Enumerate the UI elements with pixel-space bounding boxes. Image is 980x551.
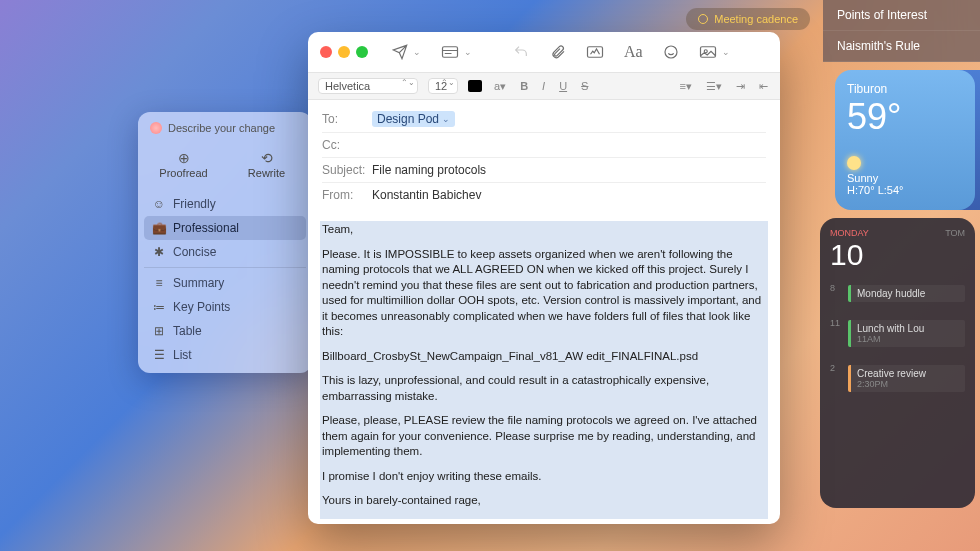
- reminders-widget: Points of Interest Naismith's Rule: [823, 0, 980, 62]
- header-fields-icon[interactable]: [441, 45, 459, 59]
- selected-text: Team, Please. It is IMPOSSIBLE to keep a…: [320, 221, 768, 519]
- tone-friendly[interactable]: ☺Friendly: [144, 192, 306, 216]
- writing-tools-panel: Describe your change ⊕ Proofread ⟲ Rewri…: [138, 112, 312, 373]
- magnify-icon: ⊕: [144, 150, 223, 166]
- reminder-pill-label: Meeting cadence: [714, 13, 798, 25]
- zoom-button[interactable]: [356, 46, 368, 58]
- svg-point-4: [665, 46, 677, 58]
- rewrite-icon: ⟲: [227, 150, 306, 166]
- calendar-event[interactable]: Creative review2:30PM: [848, 365, 965, 392]
- send-icon[interactable]: [392, 44, 408, 60]
- format-summary[interactable]: ≡Summary: [144, 271, 306, 295]
- subject-field[interactable]: File naming protocols: [372, 163, 486, 177]
- attach-icon[interactable]: [550, 44, 566, 60]
- svg-point-6: [704, 50, 707, 53]
- format-list[interactable]: ☰List: [144, 343, 306, 367]
- calendar-event[interactable]: Lunch with Lou11AM: [848, 320, 965, 347]
- cc-label: Cc:: [322, 138, 372, 152]
- tone-icon: 💼: [152, 221, 166, 235]
- sun-icon: [847, 156, 861, 170]
- underline-icon[interactable]: U: [557, 80, 569, 92]
- tone-concise[interactable]: ✱Concise: [144, 240, 306, 264]
- emoji-icon[interactable]: [663, 44, 679, 60]
- weather-hilo: H:70° L:54°: [847, 184, 904, 196]
- weather-widget[interactable]: Tiburon 59° Sunny H:70° L:54°: [835, 70, 975, 210]
- circle-icon: [698, 14, 708, 24]
- format-key-points[interactable]: ≔Key Points: [144, 295, 306, 319]
- indent-right-icon[interactable]: ⇥: [734, 80, 747, 93]
- calendar-widget[interactable]: MONDAY 10 TOM 8Monday huddle11Lunch with…: [820, 218, 975, 508]
- format-icon[interactable]: Aa: [624, 43, 643, 61]
- sparkle-icon: [150, 122, 162, 134]
- from-field[interactable]: Konstantin Babichev: [372, 188, 481, 202]
- format-icon: ☰: [152, 348, 166, 362]
- markup-icon[interactable]: [586, 45, 604, 59]
- calendar-event[interactable]: Monday huddle: [848, 285, 965, 302]
- strike-icon[interactable]: S: [579, 80, 590, 92]
- recipient-token[interactable]: Design Pod: [372, 111, 455, 127]
- rewrite-button[interactable]: ⟲ Rewrite: [227, 142, 306, 188]
- reminder-pill[interactable]: Meeting cadence: [686, 8, 810, 30]
- tone-icon: ✱: [152, 245, 166, 259]
- calendar-day: MONDAY: [830, 228, 869, 238]
- to-label: To:: [322, 112, 372, 126]
- color-swatch[interactable]: [468, 80, 482, 92]
- tone-icon: ☺: [152, 197, 166, 211]
- chevron-down-icon[interactable]: ⌄: [413, 47, 421, 57]
- tone-professional[interactable]: 💼Professional: [144, 216, 306, 240]
- reminder-item[interactable]: Points of Interest: [823, 0, 980, 31]
- svg-rect-5: [700, 47, 715, 58]
- font-select[interactable]: Helvetica: [318, 78, 418, 94]
- chevron-down-icon[interactable]: ⌄: [464, 47, 472, 57]
- from-label: From:: [322, 188, 372, 202]
- proofread-button[interactable]: ⊕ Proofread: [144, 142, 223, 188]
- compose-headers: To: Design Pod Cc: Subject: File naming …: [308, 100, 780, 213]
- minimize-button[interactable]: [338, 46, 350, 58]
- weather-temp: 59°: [847, 96, 963, 138]
- calendar-date: 10: [830, 238, 869, 272]
- size-select[interactable]: 12: [428, 78, 458, 94]
- format-icon: ≔: [152, 300, 166, 314]
- message-body[interactable]: Team, Please. It is IMPOSSIBLE to keep a…: [308, 213, 780, 524]
- format-bar: Helvetica 12 a▾ B I U S ≡▾ ☰▾ ⇥ ⇤: [308, 72, 780, 100]
- align-icon[interactable]: ≡▾: [678, 80, 694, 93]
- list-icon[interactable]: ☰▾: [704, 80, 724, 93]
- indent-left-icon[interactable]: ⇤: [757, 80, 770, 93]
- format-table[interactable]: ⊞Table: [144, 319, 306, 343]
- signature: Konstantin: [320, 521, 768, 524]
- writing-tools-prompt[interactable]: Describe your change: [168, 122, 275, 134]
- weather-location: Tiburon: [847, 82, 963, 96]
- text-color-icon[interactable]: a▾: [492, 80, 508, 93]
- close-button[interactable]: [320, 46, 332, 58]
- format-icon: ⊞: [152, 324, 166, 338]
- compose-window: ⌄ ⌄ Aa ⌄ Helvetica 12 a▾ B I U S ≡▾: [308, 32, 780, 524]
- reminder-item[interactable]: Naismith's Rule: [823, 31, 980, 62]
- italic-icon[interactable]: I: [540, 80, 547, 92]
- photo-icon[interactable]: [699, 45, 717, 59]
- subject-label: Subject:: [322, 163, 372, 177]
- titlebar: ⌄ ⌄ Aa ⌄: [308, 32, 780, 72]
- bold-icon[interactable]: B: [518, 80, 530, 92]
- weather-condition: Sunny: [847, 172, 878, 184]
- calendar-tomorrow: TOM: [945, 228, 965, 272]
- chevron-down-icon[interactable]: ⌄: [722, 47, 730, 57]
- format-icon: ≡: [152, 276, 166, 290]
- reply-icon[interactable]: [512, 44, 530, 60]
- svg-rect-0: [443, 47, 458, 58]
